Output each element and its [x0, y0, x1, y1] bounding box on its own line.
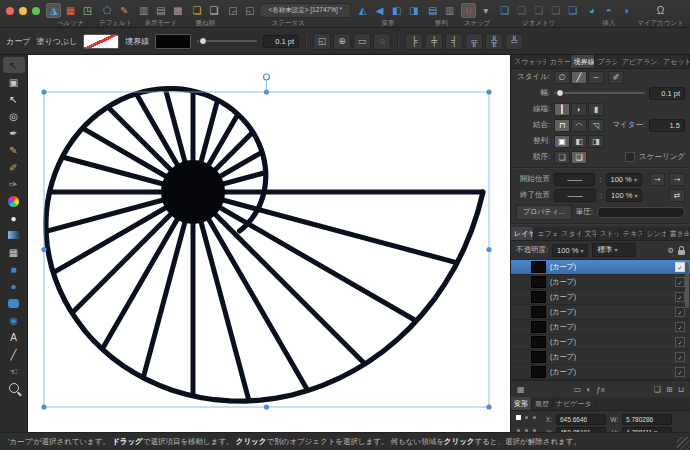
layer-row[interactable]: (カーブ) ✓: [511, 350, 690, 365]
cap-round-button[interactable]: ◗: [571, 103, 587, 116]
stroke-behind-button[interactable]: ❏: [571, 151, 587, 164]
pixel-view-icon[interactable]: ▤: [153, 3, 168, 18]
move-forward-icon[interactable]: ❏: [189, 3, 204, 18]
layer-row[interactable]: (カーブ) ✓: [511, 305, 690, 320]
layer-visibility-checkbox[interactable]: ✓: [675, 307, 685, 317]
align-icon[interactable]: ▤: [425, 3, 440, 18]
export-persona-icon[interactable]: ◳: [80, 3, 95, 18]
close-window-button[interactable]: [6, 7, 14, 15]
tab-transform-1[interactable]: 履歴: [532, 397, 553, 410]
layer-visibility-checkbox[interactable]: ✓: [675, 322, 685, 332]
stroke-width-value[interactable]: 0.1 pt: [263, 35, 299, 48]
tab-layers-5[interactable]: テキスト: [620, 227, 643, 240]
pencil-tool[interactable]: ✎: [3, 142, 25, 158]
boolean-add-icon[interactable]: ❏: [497, 3, 512, 18]
insert-inside-icon[interactable]: ◑: [618, 3, 633, 18]
layer-visibility-checkbox[interactable]: ✓: [675, 337, 685, 347]
color-wheel-tool[interactable]: [3, 193, 25, 209]
align-middle-icon[interactable]: ╬: [485, 33, 503, 50]
flip-horizontal-icon[interactable]: ◭: [355, 3, 370, 18]
text-tool[interactable]: A: [3, 329, 25, 345]
tab-layers-7[interactable]: 書き出し: [667, 227, 690, 240]
layer-row[interactable]: (カーブ) ✓: [511, 290, 690, 305]
hide-selection-icon[interactable]: ◌: [373, 33, 391, 50]
end-arrowhead-select[interactable]: ——: [554, 189, 596, 202]
stroke-style-dash-button[interactable]: ╌: [588, 71, 604, 84]
transform-mode-icon[interactable]: ◱: [313, 33, 331, 50]
properties-button[interactable]: プロパティ...: [516, 205, 572, 220]
doc-history-icon[interactable]: ◱: [242, 3, 257, 18]
tab-layers-4[interactable]: ストック: [597, 227, 620, 240]
cycle-selection-box-icon[interactable]: ▭: [353, 33, 371, 50]
tab-layers-0[interactable]: レイヤー: [511, 227, 534, 240]
rotate-ccw-icon[interactable]: ◧: [389, 3, 404, 18]
width-slider[interactable]: [554, 92, 645, 94]
join-round-button[interactable]: ◠: [571, 119, 587, 132]
arrow-place-inside-button[interactable]: ➝: [650, 173, 666, 186]
minimize-window-button[interactable]: [19, 7, 27, 15]
scale-with-object-checkbox[interactable]: [625, 152, 635, 162]
window-resize-grip[interactable]: [677, 437, 689, 449]
end-size-select[interactable]: 100 % ▾: [606, 189, 642, 202]
stroke-width-slider[interactable]: [197, 40, 257, 42]
vector-crop-tool[interactable]: ▦: [3, 244, 25, 260]
layer-visibility-checkbox[interactable]: ✓: [675, 262, 685, 272]
gradient-tool[interactable]: [3, 227, 25, 243]
start-size-select[interactable]: 100 % ▾: [606, 173, 642, 186]
align-outside-stroke-button[interactable]: ◨: [588, 135, 604, 148]
remove-layer-icon[interactable]: ⊔: [678, 385, 684, 394]
join-miter-button[interactable]: ⊓: [554, 119, 570, 132]
lock-icon[interactable]: [678, 250, 685, 255]
transform-x-field[interactable]: 645.6646: [556, 414, 606, 425]
point-transform-tool[interactable]: ◎: [3, 108, 25, 124]
align-bottom-icon[interactable]: ╩: [505, 33, 523, 50]
cap-square-button[interactable]: ▮: [588, 103, 604, 116]
tab-stroke-4[interactable]: アピアランス: [619, 55, 660, 68]
boolean-subtract-icon[interactable]: ❏: [514, 3, 529, 18]
canvas[interactable]: [28, 55, 510, 432]
tab-layers-1[interactable]: エフェクト: [534, 227, 558, 240]
width-value[interactable]: 0.1 pt: [649, 87, 685, 100]
tab-stroke-0[interactable]: スウォッチ: [511, 55, 547, 68]
tab-stroke-2[interactable]: 境界線: [571, 55, 595, 68]
boolean-intersect-icon[interactable]: ❏: [531, 3, 546, 18]
tab-transform-0[interactable]: 変形: [511, 397, 532, 410]
transform-w-field[interactable]: 5.780286: [622, 414, 672, 425]
node-tool[interactable]: ↖: [3, 91, 25, 107]
show-rotation-center-icon[interactable]: ⊕: [333, 33, 351, 50]
align-left-icon[interactable]: ╞: [405, 33, 423, 50]
layer-row[interactable]: (カーブ) ✓: [511, 275, 690, 290]
layer-visibility-checkbox[interactable]: ✓: [675, 277, 685, 287]
paint-brush-tool[interactable]: ✑: [3, 176, 25, 192]
tab-transform-2[interactable]: ナビゲータ: [553, 397, 596, 410]
layer-effects-icon[interactable]: ƒx: [596, 385, 604, 394]
donut-tool[interactable]: ◉: [3, 312, 25, 328]
join-bevel-button[interactable]: ◹: [588, 119, 604, 132]
designer-persona-icon[interactable]: ◮: [46, 3, 61, 18]
color-picker-tool[interactable]: ╱: [3, 346, 25, 362]
pen-tool[interactable]: ✒: [3, 125, 25, 141]
stroke-style-brush-button[interactable]: ✐: [608, 71, 624, 84]
stroke-swatch[interactable]: [155, 34, 191, 49]
tab-layers-3[interactable]: 文字: [582, 227, 597, 240]
fill-swatch[interactable]: [83, 34, 119, 49]
adjustment-layer-icon[interactable]: ◐: [586, 385, 591, 394]
defaults-icon[interactable]: ⬠: [100, 3, 115, 18]
layer-row[interactable]: (カーブ) ✓: [511, 260, 690, 275]
layer-visibility-checkbox[interactable]: ✓: [675, 292, 685, 302]
tab-stroke-3[interactable]: ブラシ: [595, 55, 619, 68]
start-arrowhead-select[interactable]: ——: [554, 173, 595, 186]
mask-layer-icon[interactable]: ▭: [574, 385, 582, 394]
artboard-tool[interactable]: ▣: [3, 74, 25, 90]
layers-scrollbar[interactable]: [685, 262, 689, 308]
pressure-profile[interactable]: [597, 207, 685, 218]
snapping-caret-icon[interactable]: ▾: [478, 3, 493, 18]
layer-row[interactable]: (カーブ) ✓: [511, 365, 690, 380]
layer-visibility-checkbox[interactable]: ✓: [675, 352, 685, 362]
ellipse-tool[interactable]: ●: [3, 278, 25, 294]
tab-stroke-1[interactable]: カラー: [547, 55, 571, 68]
blend-mode-select[interactable]: 標準 ▾: [592, 243, 636, 257]
align-inside-stroke-button[interactable]: ◧: [571, 135, 587, 148]
rounded-rectangle-tool[interactable]: [3, 295, 25, 311]
zoom-tool[interactable]: [3, 380, 25, 396]
